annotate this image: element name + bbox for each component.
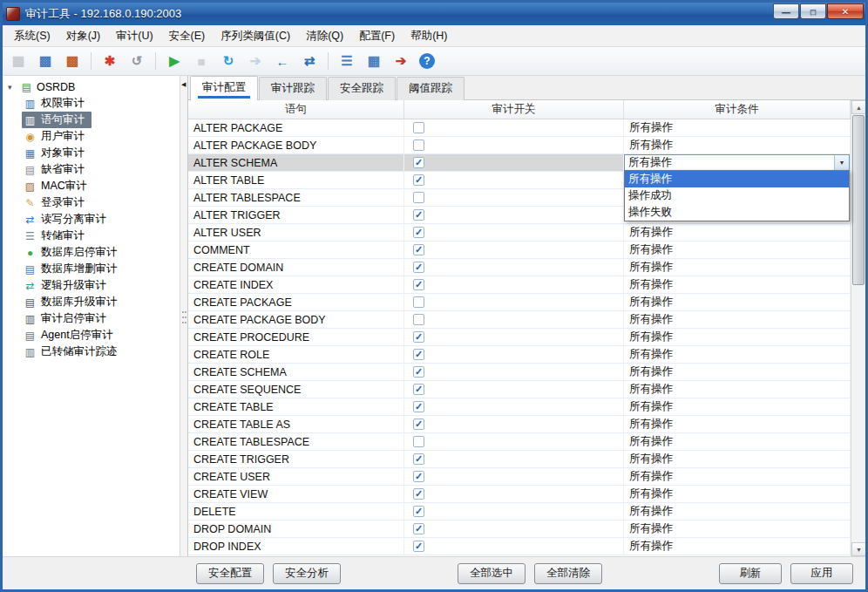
combobox-arrow-icon[interactable]: ▼: [834, 155, 849, 170]
tree-item-dumped-trace[interactable]: ▥已转储审计踪迹: [3, 344, 180, 360]
table-row[interactable]: CREATE INDEX✓所有操作: [188, 276, 851, 294]
audit-switch-checkbox[interactable]: ✓: [413, 174, 424, 186]
tree-item-dump-audit[interactable]: ☰转储审计: [3, 228, 180, 244]
column-header[interactable]: 语句: [188, 100, 404, 119]
audit-switch-checkbox[interactable]: ✓: [413, 244, 424, 255]
menu-item-system[interactable]: 系统(S): [6, 26, 58, 46]
tree-item-statement-audit[interactable]: ▥语句审计: [3, 112, 180, 128]
collapse-arrow-icon[interactable]: ◀: [181, 81, 186, 88]
vertical-scrollbar[interactable]: ▲ ▼: [851, 100, 865, 556]
table-row[interactable]: CREATE ROLE✓所有操作: [188, 346, 851, 364]
refresh-button[interactable]: 刷新: [719, 563, 782, 584]
splitter-grip[interactable]: [182, 311, 184, 313]
table-row[interactable]: CREATE PROCEDURE✓所有操作: [188, 329, 851, 346]
menu-item-help[interactable]: 帮助(H): [403, 26, 455, 46]
tree-item-object-audit[interactable]: ▦对象审计: [3, 145, 180, 161]
tree-item-permission-audit[interactable]: ▥权限审计: [3, 95, 180, 112]
audit-switch-checkbox[interactable]: ✓: [413, 262, 424, 273]
audit-switch-checkbox[interactable]: ✓: [413, 541, 424, 552]
table-row[interactable]: CREATE SCHEMA✓所有操作: [188, 364, 851, 381]
table-row[interactable]: CREATE TRIGGER✓所有操作: [188, 451, 851, 468]
start-icon[interactable]: ▶: [166, 52, 183, 70]
column-header[interactable]: 审计条件: [624, 100, 851, 119]
scroll-down-arrow[interactable]: ▼: [851, 542, 865, 556]
menu-item-object[interactable]: 对象(J): [58, 26, 109, 46]
exit-icon[interactable]: ➔: [392, 52, 410, 70]
audit-switch-checkbox[interactable]: ✓: [413, 488, 424, 500]
combobox-option[interactable]: 所有操作: [625, 171, 849, 187]
help-icon[interactable]: ?: [419, 53, 435, 69]
scroll-thumb[interactable]: [852, 115, 865, 285]
menu-item-audit[interactable]: 审计(U): [108, 26, 160, 46]
tree-item-login-audit[interactable]: ✎登录审计: [3, 194, 180, 211]
audit-switch-checkbox[interactable]: ✓: [413, 227, 424, 238]
table-row[interactable]: CREATE TABLE✓所有操作: [188, 398, 851, 416]
combobox-option[interactable]: 操作成功: [625, 187, 849, 204]
menu-item-clear[interactable]: 清除(Q): [298, 26, 351, 46]
tree-item-db-adddel-audit[interactable]: ▤数据库增删审计: [3, 261, 180, 277]
audit-grid-icon[interactable]: ▦: [365, 52, 383, 70]
table-row[interactable]: CREATE VIEW✓所有操作: [188, 486, 851, 503]
table-row[interactable]: CREATE DOMAIN✓所有操作: [188, 259, 851, 276]
splitter[interactable]: ◀: [180, 76, 188, 556]
timer-icon[interactable]: ↺: [128, 52, 146, 70]
tree-item-audit-startstop-audit[interactable]: ▥审计启停审计: [3, 310, 180, 327]
tree-item-db-upgrade-audit[interactable]: ▤数据库升级审计: [3, 294, 180, 310]
table-row[interactable]: DROP DOMAIN✓所有操作: [188, 521, 851, 538]
clear-all-button[interactable]: 全部清除: [534, 563, 602, 584]
table-row[interactable]: CREATE SEQUENCE✓所有操作: [188, 381, 851, 398]
back-arrow-icon[interactable]: ←: [274, 52, 291, 70]
audit-switch-checkbox[interactable]: ✓: [413, 384, 424, 395]
table-row[interactable]: ALTER SCHEMA✓所有操作▼所有操作操作成功操作失败: [188, 154, 851, 172]
tab-audit-trace[interactable]: 审计跟踪: [259, 77, 327, 100]
audit-config-icon[interactable]: ▩: [64, 52, 81, 70]
select-all-button[interactable]: 全部选中: [458, 563, 526, 584]
audit-switch-checkbox[interactable]: ✓: [413, 209, 424, 221]
audit-switch-checkbox[interactable]: ✓: [413, 401, 424, 412]
audit-list-icon[interactable]: ☰: [338, 52, 356, 70]
audit-switch-checkbox[interactable]: [413, 192, 424, 203]
tree-item-logic-upgrade-audit[interactable]: ⇄逻辑升级审计: [3, 277, 180, 294]
audit-switch-checkbox[interactable]: [413, 122, 424, 133]
tree-root-osrdb[interactable]: ▾ ▤ OSRDB: [3, 79, 180, 95]
table-row[interactable]: COMMENT✓所有操作: [188, 242, 851, 259]
audit-switch-checkbox[interactable]: [413, 314, 424, 325]
audit-switch-checkbox[interactable]: [413, 296, 424, 308]
tree-item-agent-startstop-audit[interactable]: ▤Agent启停审计: [3, 327, 180, 344]
audit-switch-checkbox[interactable]: ✓: [413, 279, 424, 290]
table-row[interactable]: CREATE TABLE AS✓所有操作: [188, 416, 851, 433]
audit-switch-checkbox[interactable]: ✓: [413, 506, 424, 517]
tree-item-mac-audit[interactable]: ▨MAC审计: [3, 178, 180, 194]
alarm-icon[interactable]: ✱: [101, 52, 119, 70]
audit-switch-checkbox[interactable]: [413, 139, 424, 151]
table-row[interactable]: DROP INDEX✓所有操作: [188, 538, 851, 555]
table-row[interactable]: CREATE PACKAGE所有操作: [188, 294, 851, 311]
menu-item-security[interactable]: 安全(E): [161, 26, 214, 46]
audit-switch-checkbox[interactable]: [413, 436, 424, 447]
audit-switch-checkbox[interactable]: ✓: [413, 471, 424, 482]
table-row[interactable]: CREATE PACKAGE BODY所有操作: [188, 311, 851, 329]
table-row[interactable]: ALTER USER✓所有操作: [188, 224, 851, 242]
tab-audit-config[interactable]: 审计配置: [190, 76, 258, 100]
apply-button[interactable]: 应用: [790, 563, 853, 584]
table-row[interactable]: CREATE TABLESPACE所有操作: [188, 433, 851, 451]
tree-item-user-audit[interactable]: ◉用户审计: [3, 128, 180, 145]
audit-switch-checkbox[interactable]: ✓: [413, 453, 424, 465]
audit-switch-checkbox[interactable]: ✓: [413, 418, 424, 430]
tree-expander-icon[interactable]: ▾: [8, 83, 17, 92]
table-row[interactable]: ALTER PACKAGE BODY所有操作: [188, 137, 851, 154]
table-row[interactable]: ALTER PACKAGE所有操作: [188, 119, 851, 137]
menu-item-sequence-threshold[interactable]: 序列类阈值(C): [213, 26, 298, 46]
audit-switch-checkbox[interactable]: ✓: [413, 349, 424, 360]
maximize-button[interactable]: □: [800, 3, 826, 19]
minimize-button[interactable]: —: [773, 3, 799, 19]
audit-switch-checkbox[interactable]: ✓: [413, 157, 424, 168]
scroll-up-arrow[interactable]: ▲: [851, 100, 865, 114]
table-row[interactable]: CREATE USER✓所有操作: [188, 468, 851, 486]
audit-condition-combobox[interactable]: 所有操作▼所有操作操作成功操作失败: [624, 154, 850, 171]
security-analysis-button[interactable]: 安全分析: [273, 563, 341, 584]
connect-db-icon[interactable]: ▩: [37, 52, 54, 70]
audit-switch-checkbox[interactable]: ✓: [413, 523, 424, 534]
tree-item-rw-split-audit[interactable]: ⇄读写分离审计: [3, 211, 180, 228]
close-button[interactable]: ✕: [827, 3, 864, 19]
